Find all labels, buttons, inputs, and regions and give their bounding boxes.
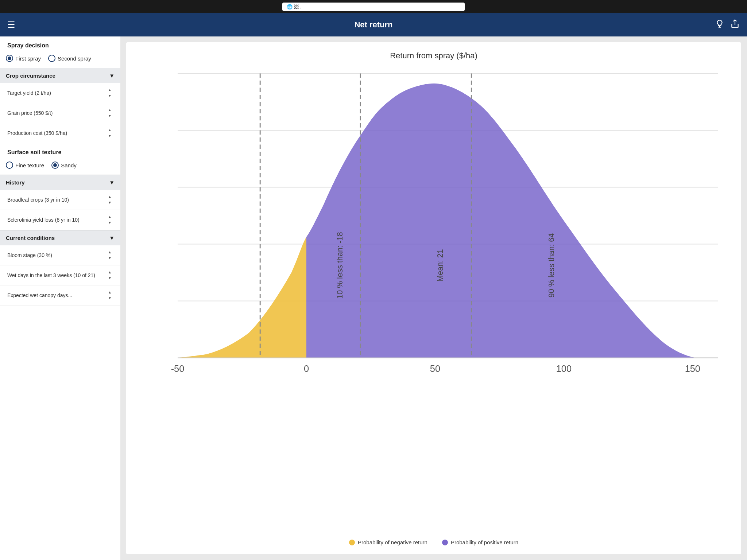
sclerotinia-up[interactable]: ▲ <box>107 214 113 219</box>
second-spray-option[interactable]: Second spray <box>48 55 91 62</box>
crop-circumstance-label: Crop circumstance <box>6 73 55 79</box>
sclerotinia-label: Sclerotinia yield loss (8 yr in 10) <box>7 217 80 223</box>
broadleaf-crops-down[interactable]: ▼ <box>107 200 113 205</box>
chart-card: Return from spray ($/ha) <box>126 42 741 554</box>
production-cost-label: Production cost (350 $/ha) <box>7 130 67 136</box>
grain-price-row: Grain price (550 $/t) ▲ ▼ <box>0 103 120 123</box>
chart-svg: 10 % less than: -18 Mean: 21 90 % less t… <box>135 66 732 408</box>
chart-legend: Probability of negative return Probabili… <box>135 539 732 545</box>
history-label: History <box>6 179 25 186</box>
soil-texture-label: Surface soil texture <box>0 143 120 159</box>
expected-wet-canopy-down[interactable]: ▼ <box>107 296 113 301</box>
grain-price-stepper[interactable]: ▲ ▼ <box>107 108 113 118</box>
browser-icons: 🌐 🖼 . <box>287 4 301 9</box>
crop-circumstance-header[interactable]: Crop circumstance ▼ <box>0 68 120 83</box>
sclerotinia-row: Sclerotinia yield loss (8 yr in 10) ▲ ▼ <box>0 210 120 230</box>
dashed-line-10pct-label: 10 % less than: -18 <box>336 232 344 299</box>
second-spray-label: Second spray <box>58 55 91 62</box>
grain-price-label: Grain price (550 $/t) <box>7 110 53 116</box>
chart-svg-container: 10 % less than: -18 Mean: 21 90 % less t… <box>135 66 732 535</box>
current-conditions-chevron: ▼ <box>109 235 115 241</box>
fine-texture-option[interactable]: Fine texture <box>6 162 44 169</box>
page-title: Net return <box>354 20 392 30</box>
broadleaf-crops-up[interactable]: ▲ <box>107 194 113 199</box>
bloom-stage-down[interactable]: ▼ <box>107 256 113 261</box>
target-yield-label: Target yield (2 t/ha) <box>7 90 51 96</box>
history-header[interactable]: History ▼ <box>0 175 120 190</box>
production-cost-down[interactable]: ▼ <box>107 133 113 139</box>
bloom-stage-stepper[interactable]: ▲ ▼ <box>107 250 113 261</box>
negative-legend-label: Probability of negative return <box>358 539 427 545</box>
lightbulb-icon[interactable] <box>715 19 724 31</box>
positive-legend-item: Probability of positive return <box>442 539 518 545</box>
dashed-line-90pct-label: 90 % less than: 64 <box>547 233 556 298</box>
wet-days-down[interactable]: ▼ <box>107 276 113 281</box>
second-spray-radio[interactable] <box>48 55 55 62</box>
x-label-0: 0 <box>304 363 309 374</box>
bloom-stage-up[interactable]: ▲ <box>107 250 113 255</box>
history-chevron: ▼ <box>109 179 115 186</box>
bloom-stage-row: Bloom stage (30 %) ▲ ▼ <box>0 245 120 265</box>
production-cost-row: Production cost (350 $/ha) ▲ ▼ <box>0 123 120 143</box>
first-spray-label: First spray <box>15 55 41 62</box>
x-label-100: 100 <box>556 363 572 374</box>
expected-wet-canopy-label: Expected wet canopy days... <box>7 292 72 298</box>
bloom-stage-label: Bloom stage (30 %) <box>7 252 52 258</box>
first-spray-radio[interactable] <box>6 55 13 62</box>
target-yield-down[interactable]: ▼ <box>107 93 113 98</box>
fine-texture-radio[interactable] <box>6 162 13 169</box>
negative-area <box>178 237 306 358</box>
target-yield-stepper[interactable]: ▲ ▼ <box>107 88 113 98</box>
target-yield-row: Target yield (2 t/ha) ▲ ▼ <box>0 83 120 103</box>
spray-decision-label: Spray decision <box>0 36 120 52</box>
chart-title: Return from spray ($/ha) <box>135 51 732 61</box>
crop-circumstance-chevron: ▼ <box>109 73 115 79</box>
sclerotinia-down[interactable]: ▼ <box>107 220 113 225</box>
sidebar: Spray decision First spray Second spray … <box>0 36 120 560</box>
negative-legend-item: Probability of negative return <box>349 539 427 545</box>
expected-wet-canopy-up[interactable]: ▲ <box>107 290 113 295</box>
spray-radio-group: First spray Second spray <box>0 52 120 68</box>
chart-area: Return from spray ($/ha) <box>120 36 747 560</box>
app-header: ☰ Net return <box>0 13 747 36</box>
grain-price-down[interactable]: ▼ <box>107 113 113 118</box>
broadleaf-crops-row: Broadleaf crops (3 yr in 10) ▲ ▼ <box>0 190 120 210</box>
positive-legend-dot <box>442 540 448 545</box>
header-right <box>715 19 740 31</box>
x-label-50: 50 <box>430 363 440 374</box>
dashed-line-mean-label: Mean: 21 <box>436 249 445 281</box>
x-label-neg50: -50 <box>171 363 185 374</box>
production-cost-stepper[interactable]: ▲ ▼ <box>107 128 113 139</box>
negative-legend-dot <box>349 540 355 545</box>
grain-price-up[interactable]: ▲ <box>107 108 113 113</box>
production-cost-up[interactable]: ▲ <box>107 128 113 133</box>
broadleaf-crops-stepper[interactable]: ▲ ▼ <box>107 194 113 205</box>
main-container: Spray decision First spray Second spray … <box>0 36 747 560</box>
broadleaf-crops-label: Broadleaf crops (3 yr in 10) <box>7 197 69 203</box>
fine-texture-label: Fine texture <box>15 162 44 168</box>
wet-days-label: Wet days in the last 3 weeks (10 of 21) <box>7 272 95 278</box>
target-yield-up[interactable]: ▲ <box>107 88 113 93</box>
current-conditions-label: Current conditions <box>6 235 55 241</box>
sclerotinia-stepper[interactable]: ▲ ▼ <box>107 214 113 225</box>
sandy-option[interactable]: Sandy <box>51 162 77 169</box>
browser-bar: 🌐 🖼 . <box>0 0 747 13</box>
positive-area <box>306 83 718 361</box>
wet-days-stepper[interactable]: ▲ ▼ <box>107 270 113 281</box>
menu-icon[interactable]: ☰ <box>7 20 15 30</box>
x-label-150: 150 <box>685 363 700 374</box>
sandy-label: Sandy <box>61 162 77 168</box>
browser-address-bar[interactable]: 🌐 🖼 . <box>282 3 465 11</box>
sandy-radio[interactable] <box>51 162 59 169</box>
soil-texture-group: Fine texture Sandy <box>0 159 120 175</box>
wet-days-up[interactable]: ▲ <box>107 270 113 275</box>
current-conditions-header[interactable]: Current conditions ▼ <box>0 230 120 245</box>
share-icon[interactable] <box>730 19 740 31</box>
expected-wet-canopy-stepper[interactable]: ▲ ▼ <box>107 290 113 301</box>
expected-wet-canopy-row: Expected wet canopy days... ▲ ▼ <box>0 285 120 306</box>
wet-days-row: Wet days in the last 3 weeks (10 of 21) … <box>0 265 120 285</box>
first-spray-option[interactable]: First spray <box>6 55 41 62</box>
positive-legend-label: Probability of positive return <box>451 539 518 545</box>
header-left: ☰ <box>7 20 15 30</box>
